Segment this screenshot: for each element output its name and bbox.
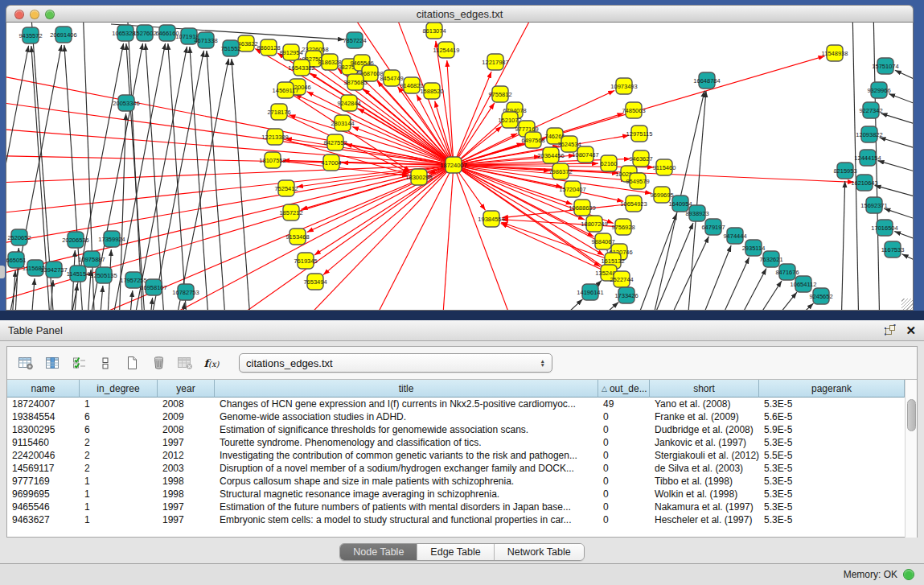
maximize-window-icon[interactable] xyxy=(45,10,55,19)
network-node[interactable]: 10654923 xyxy=(620,196,647,212)
table-cell[interactable]: 2012 xyxy=(158,449,215,462)
network-node[interactable]: 7857224 xyxy=(343,32,366,48)
table-cell[interactable]: 1 xyxy=(80,475,158,488)
column-header-title[interactable]: title xyxy=(215,380,598,398)
table-cell[interactable]: Changes of HCN gene expression and I(f) … xyxy=(215,398,598,410)
network-node[interactable]: 9153468 xyxy=(285,229,309,245)
table-cell[interactable]: Stergiakouli et al. (2012) xyxy=(650,449,759,462)
column-header-pagerank[interactable]: pagerank xyxy=(759,380,905,398)
table-cell[interactable]: Dudbridge et al. (2008) xyxy=(650,423,759,436)
table-options-icon[interactable] xyxy=(15,352,36,373)
network-node[interactable]: 7485063 xyxy=(622,102,645,118)
table-row[interactable]: 1830029562008Estimation of significance … xyxy=(7,423,917,436)
network-node[interactable]: 15692371 xyxy=(860,197,887,213)
float-window-icon[interactable] xyxy=(884,324,896,336)
network-node[interactable]: 7525412 xyxy=(274,180,298,196)
network-node[interactable]: 1527602 xyxy=(133,25,156,41)
network-node[interactable]: 7632621 xyxy=(759,251,782,267)
network-node[interactable]: 1857212 xyxy=(279,204,302,220)
table-cell[interactable]: 0 xyxy=(598,449,650,462)
network-node[interactable]: 15751074 xyxy=(872,58,898,74)
network-node[interactable]: 9435572 xyxy=(18,27,42,43)
table-cell[interactable]: 1 xyxy=(80,501,158,513)
network-node[interactable]: 14196141 xyxy=(577,284,603,300)
network-node[interactable]: 4671338 xyxy=(194,32,217,48)
network-node[interactable]: 1145154 xyxy=(67,266,90,282)
network-canvas[interactable]: 1872400774638228860128891295423226058982… xyxy=(6,23,914,311)
scrollbar-thumb[interactable] xyxy=(907,399,916,431)
table-cell[interactable]: Tibbo et al. (1998) xyxy=(650,475,759,488)
network-node[interactable]: 9115460 xyxy=(653,159,676,175)
network-node[interactable]: 12444154 xyxy=(854,150,881,166)
table-cell[interactable]: Investigating the contribution of common… xyxy=(215,449,598,462)
column-header-out_de[interactable]: △out_de... xyxy=(598,380,650,398)
network-node[interactable]: 12093822 xyxy=(856,126,882,142)
network-node[interactable]: 8912954 xyxy=(279,44,302,60)
network-node[interactable]: 2718176 xyxy=(267,104,290,120)
table-cell[interactable]: 6 xyxy=(80,410,158,423)
network-node[interactable]: 7653494 xyxy=(303,274,326,290)
network-node[interactable]: 10688639 xyxy=(569,200,595,216)
table-cell[interactable]: 9463627 xyxy=(7,513,80,526)
network-node[interactable]: 1733426 xyxy=(614,287,638,303)
network-node[interactable]: 9549579 xyxy=(626,173,649,189)
table-cell[interactable]: Genome-wide association studies in ADHD. xyxy=(215,410,598,423)
close-panel-icon[interactable]: ✕ xyxy=(906,324,916,336)
tab-node-table[interactable]: Node Table xyxy=(340,544,417,560)
network-window-titlebar[interactable]: citations_edges.txt xyxy=(6,5,914,23)
table-row[interactable]: 946362711997Embryonic stem cells: a mode… xyxy=(7,513,917,526)
table-cell[interactable]: 18724007 xyxy=(7,398,80,410)
table-cell[interactable]: 5.3E-5 xyxy=(759,501,905,513)
network-node[interactable]: 11254419 xyxy=(433,42,460,58)
table-cell[interactable]: 5.3E-5 xyxy=(759,436,905,449)
table-cell[interactable]: 5.3E-5 xyxy=(759,462,905,475)
network-node[interactable]: 9242844 xyxy=(337,95,360,111)
table-cell[interactable]: 2003 xyxy=(158,462,215,475)
table-row[interactable]: 2242004622012Investigating the contribut… xyxy=(7,449,917,462)
table-cell[interactable]: 19384554 xyxy=(7,410,80,423)
table-cell[interactable]: 0 xyxy=(598,488,650,501)
network-node[interactable]: 9463627 xyxy=(629,150,652,167)
network-node[interactable]: 12505135 xyxy=(90,267,117,283)
network-node[interactable]: 751552 xyxy=(220,40,240,56)
table-cell[interactable]: 5.9E-5 xyxy=(759,423,905,436)
network-node[interactable]: 2935114 xyxy=(742,240,766,256)
table-cell[interactable]: 2009 xyxy=(158,410,215,423)
network-table-selector[interactable]: citations_edges.txt ▲▼ xyxy=(239,353,552,373)
table-cell[interactable]: 9777169 xyxy=(7,475,80,488)
table-cell[interactable]: 22420046 xyxy=(7,449,80,462)
table-cell[interactable]: de Silva et al. (2003) xyxy=(650,462,759,475)
select-visible-columns-icon[interactable] xyxy=(68,352,89,373)
table-cell[interactable]: 5.3E-5 xyxy=(759,513,905,526)
network-node[interactable]: 6479197 xyxy=(701,219,725,235)
table-row[interactable]: 911546021997Tourette syndrome. Phenomeno… xyxy=(7,436,917,449)
network-node[interactable]: 7986372 xyxy=(548,163,572,179)
network-node[interactable]: 16782753 xyxy=(172,284,199,300)
table-cell[interactable]: 0 xyxy=(598,423,650,436)
network-node[interactable]: 3875685 xyxy=(343,74,367,90)
table-cell[interactable]: 1 xyxy=(80,398,158,410)
network-node[interactable]: 6497568 xyxy=(521,132,544,148)
row-height-icon[interactable] xyxy=(95,352,116,373)
table-cell[interactable]: 5.3E-5 xyxy=(759,475,905,488)
network-node[interactable]: 9227342 xyxy=(859,102,882,118)
column-header-in_degree[interactable]: in_degree xyxy=(80,380,158,398)
network-node[interactable]: 10973493 xyxy=(610,78,637,94)
table-cell[interactable]: 0 xyxy=(598,501,650,513)
network-node[interactable]: 2520652 xyxy=(7,229,31,245)
window-resize-grip[interactable] xyxy=(901,299,913,310)
table-cell[interactable]: 1 xyxy=(80,488,158,501)
table-cell[interactable]: 5.3E-5 xyxy=(759,488,905,501)
table-row[interactable]: 1938455462009Genome-wide association stu… xyxy=(7,410,917,423)
table-cell[interactable]: 2008 xyxy=(158,423,215,436)
function-builder-icon[interactable]: f(x) xyxy=(201,352,222,373)
table-cell[interactable]: Estimation of the future numbers of pati… xyxy=(215,501,598,513)
table-vertical-scrollbar[interactable] xyxy=(905,380,917,538)
table-row[interactable]: 969969511998Structural magnetic resonanc… xyxy=(7,488,917,501)
table-cell[interactable]: 2008 xyxy=(158,398,215,410)
table-cell[interactable]: Nakamura et al. (1997) xyxy=(650,501,759,513)
table-cell[interactable]: 9465546 xyxy=(7,501,80,513)
network-node[interactable]: 62160 xyxy=(601,155,618,171)
network-node[interactable]: 12213389 xyxy=(261,129,288,145)
table-row[interactable]: 1456911722003Disruption of a novel membe… xyxy=(7,462,917,475)
